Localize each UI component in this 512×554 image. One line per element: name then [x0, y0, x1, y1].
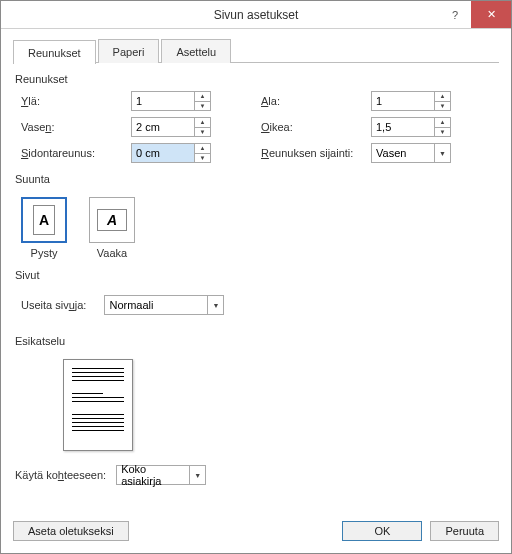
chevron-down-icon: ▼	[195, 128, 210, 137]
chevron-down-icon: ▼	[435, 128, 450, 137]
ok-button[interactable]: OK	[342, 521, 422, 541]
label-gutter: Sidontareunus:	[21, 147, 131, 159]
group-margins-label: Reunukset	[15, 73, 499, 85]
orientation-portrait-label: Pysty	[31, 247, 58, 259]
input-gutter[interactable]: ▲▼	[131, 143, 211, 163]
help-button[interactable]: ?	[439, 1, 471, 28]
label-right: Oikea:	[261, 121, 371, 133]
group-orientation-label: Suunta	[15, 173, 499, 185]
landscape-icon: A	[97, 209, 127, 231]
chevron-down-icon: ▼	[195, 154, 210, 163]
label-left: Vasen:	[21, 121, 131, 133]
portrait-icon: A	[33, 205, 55, 235]
tab-bar: Reunukset Paperi Asettelu	[13, 39, 499, 63]
input-right[interactable]: ▲▼	[371, 117, 451, 137]
select-gutter-position[interactable]: Vasen▼	[371, 143, 451, 163]
dialog-footer: Aseta oletukseksi OK Peruuta	[1, 511, 511, 553]
label-gutter-position: Reunuksen sijainti:	[261, 147, 371, 159]
chevron-up-icon: ▲	[435, 118, 450, 128]
select-apply-to[interactable]: Koko asiakirja▼	[116, 465, 206, 485]
spinner-arrows[interactable]: ▲▼	[434, 118, 450, 136]
cancel-button[interactable]: Peruuta	[430, 521, 499, 541]
group-pages-label: Sivut	[15, 269, 499, 281]
orientation-portrait[interactable]: A Pysty	[21, 197, 67, 259]
help-icon: ?	[452, 9, 458, 21]
tab-layout[interactable]: Asettelu	[161, 39, 231, 63]
spinner-arrows[interactable]: ▲▼	[194, 144, 210, 162]
select-multiple-pages[interactable]: Normaali▼	[104, 295, 224, 315]
close-icon: ✕	[487, 8, 496, 21]
chevron-up-icon: ▲	[195, 92, 210, 102]
close-button[interactable]: ✕	[471, 1, 511, 28]
label-bottom: Ala:	[261, 95, 371, 107]
chevron-down-icon: ▼	[207, 296, 223, 314]
group-preview-label: Esikatselu	[15, 335, 499, 347]
chevron-down-icon: ▼	[195, 102, 210, 111]
chevron-up-icon: ▲	[195, 118, 210, 128]
input-top[interactable]: ▲▼	[131, 91, 211, 111]
titlebar: Sivun asetukset ? ✕	[1, 1, 511, 29]
orientation-landscape[interactable]: A Vaaka	[89, 197, 135, 259]
label-top: Ylä:	[21, 95, 131, 107]
spinner-arrows[interactable]: ▲▼	[194, 92, 210, 110]
label-apply-to: Käytä kohteeseen:	[15, 469, 106, 481]
tab-paper[interactable]: Paperi	[98, 39, 160, 63]
chevron-down-icon: ▼	[189, 466, 205, 484]
chevron-down-icon: ▼	[435, 102, 450, 111]
chevron-down-icon: ▼	[434, 144, 450, 162]
label-multiple-pages: Useita sivuja:	[21, 299, 86, 311]
set-default-button[interactable]: Aseta oletukseksi	[13, 521, 129, 541]
window-title: Sivun asetukset	[214, 8, 299, 22]
chevron-up-icon: ▲	[435, 92, 450, 102]
spinner-arrows[interactable]: ▲▼	[194, 118, 210, 136]
orientation-landscape-label: Vaaka	[97, 247, 127, 259]
chevron-up-icon: ▲	[195, 144, 210, 154]
tab-margins[interactable]: Reunukset	[13, 40, 96, 64]
input-left[interactable]: ▲▼	[131, 117, 211, 137]
preview-page	[63, 359, 133, 451]
input-bottom[interactable]: ▲▼	[371, 91, 451, 111]
spinner-arrows[interactable]: ▲▼	[434, 92, 450, 110]
